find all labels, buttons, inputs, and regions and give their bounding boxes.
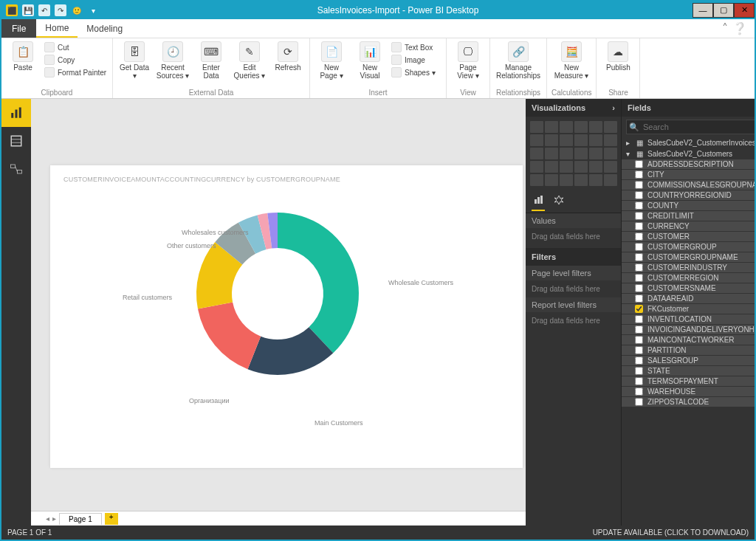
page-tab[interactable]: Page 1 — [59, 513, 102, 525]
field-item[interactable]: SALESGROUP — [622, 356, 756, 365]
field-item[interactable]: INVENTLOCATION — [622, 314, 756, 324]
cut-button[interactable]: Cut — [44, 41, 94, 53]
field-item[interactable]: CREDITLIMIT — [622, 211, 756, 221]
new-measure-button[interactable]: 🧮New Measure ▾ — [551, 41, 591, 80]
viz-type-icon[interactable] — [574, 121, 588, 133]
field-checkbox[interactable] — [635, 398, 643, 406]
field-item[interactable]: CUSTOMERGROUP — [622, 242, 756, 252]
viz-type-icon[interactable] — [604, 148, 617, 159]
viz-type-icon[interactable] — [604, 134, 617, 146]
field-item[interactable]: ADDRESSDESCRIPTION — [622, 159, 756, 169]
edit-queries-button[interactable]: ✎Edit Queries ▾ — [233, 41, 267, 80]
field-checkbox[interactable] — [635, 356, 643, 365]
donut-slice[interactable] — [278, 213, 359, 353]
field-checkbox[interactable] — [635, 160, 643, 168]
viz-type-icon[interactable] — [589, 174, 602, 186]
save-icon[interactable]: 💾 — [22, 4, 34, 16]
minimize-button[interactable]: — — [693, 3, 713, 18]
field-checkbox[interactable] — [635, 346, 643, 354]
field-checkbox[interactable] — [635, 336, 643, 344]
field-checkbox[interactable] — [635, 305, 643, 313]
recent-sources-button[interactable]: 🕘Recent Sources ▾ — [156, 41, 190, 80]
field-item[interactable]: COMMISSIONSALESGROUPNAME — [622, 180, 756, 190]
new-visual-button[interactable]: 📊New Visual — [353, 41, 387, 80]
field-checkbox[interactable] — [635, 387, 643, 396]
textbox-button[interactable]: Text Box — [391, 41, 441, 53]
page-filters-dropzone[interactable]: Drag data fields here — [526, 280, 621, 297]
viz-type-icon[interactable] — [574, 148, 588, 159]
paste-button[interactable]: 📋Paste — [6, 41, 40, 72]
copy-button[interactable]: Copy — [44, 54, 94, 66]
donut-slice[interactable] — [198, 303, 261, 370]
smiley-icon[interactable]: 🙂 — [71, 4, 83, 16]
report-filters-dropzone[interactable]: Drag data fields here — [526, 312, 621, 329]
report-view-button[interactable] — [1, 99, 31, 127]
field-checkbox[interactable] — [635, 284, 643, 292]
viz-type-icon[interactable] — [589, 134, 602, 146]
maximize-button[interactable]: ▢ — [713, 3, 734, 18]
viz-type-icon[interactable] — [574, 174, 588, 186]
file-tab[interactable]: File — [1, 19, 36, 38]
collapse-pane-icon[interactable]: › — [612, 103, 615, 112]
field-checkbox[interactable] — [635, 367, 643, 375]
field-item[interactable]: PARTITION — [622, 345, 756, 355]
viz-type-icon[interactable] — [530, 161, 543, 173]
field-item[interactable]: CITY — [622, 170, 756, 179]
table-node[interactable]: ▾▦SalesCubeV2_Customers — [622, 148, 756, 159]
viz-type-icon[interactable] — [530, 148, 543, 159]
format-subtab[interactable] — [552, 192, 566, 211]
new-page-button[interactable]: 📄New Page ▾ — [315, 41, 348, 80]
viz-type-icon[interactable] — [545, 134, 558, 146]
format-painter-button[interactable]: Format Painter — [44, 66, 108, 78]
viz-type-icon[interactable] — [574, 134, 588, 146]
field-checkbox[interactable] — [635, 377, 643, 385]
field-checkbox[interactable] — [635, 325, 643, 334]
viz-type-icon[interactable] — [545, 174, 558, 186]
get-data-button[interactable]: 🗄Get Data ▾ — [117, 41, 151, 80]
field-item[interactable]: INVOICINGANDDELIVERYONHOLD — [622, 325, 756, 334]
field-item[interactable]: ZIPPOSTALCODE — [622, 397, 756, 407]
modeling-tab[interactable]: Modeling — [78, 19, 131, 38]
field-checkbox[interactable] — [635, 222, 643, 230]
donut-chart[interactable] — [174, 190, 381, 397]
table-node[interactable]: ▸▦SalesCubeV2_CustomerInvoices — [622, 137, 756, 148]
field-item[interactable]: FKCustomer — [622, 304, 756, 314]
field-checkbox[interactable] — [635, 201, 643, 210]
field-item[interactable]: CUSTOMERSNAME — [622, 283, 756, 293]
data-view-button[interactable] — [1, 127, 31, 155]
viz-type-icon[interactable] — [560, 174, 573, 186]
field-checkbox[interactable] — [635, 212, 643, 220]
collapse-ribbon-icon[interactable]: ˄ — [722, 21, 728, 35]
viz-type-icon[interactable] — [604, 121, 617, 133]
viz-type-icon[interactable] — [574, 161, 588, 173]
viz-type-icon[interactable] — [560, 161, 573, 173]
viz-type-icon[interactable] — [604, 174, 617, 186]
field-item[interactable]: STATE — [622, 366, 756, 376]
field-item[interactable]: CUSTOMERREGION — [622, 273, 756, 283]
qat-dropdown-icon[interactable]: ▾ — [87, 4, 99, 16]
viz-type-icon[interactable] — [560, 148, 573, 159]
viz-type-icon[interactable] — [530, 134, 543, 146]
shapes-button[interactable]: Shapes ▾ — [391, 66, 441, 78]
field-item[interactable]: TERMSOFPAYMENT — [622, 376, 756, 386]
field-checkbox[interactable] — [635, 294, 643, 303]
image-button[interactable]: Image — [391, 54, 441, 66]
publish-button[interactable]: ☁Publish — [601, 41, 635, 72]
field-item[interactable]: COUNTRYORREGIONID — [622, 190, 756, 200]
field-item[interactable]: MAINCONTACTWORKER — [622, 335, 756, 345]
field-checkbox[interactable] — [635, 243, 643, 251]
viz-type-icon[interactable] — [560, 134, 573, 146]
field-checkbox[interactable] — [635, 191, 643, 199]
field-item[interactable]: DATAAREAID — [622, 294, 756, 303]
field-item[interactable]: CUSTOMERINDUSTRY — [622, 263, 756, 272]
enter-data-button[interactable]: ⌨Enter Data — [194, 41, 228, 80]
fields-search-input[interactable] — [626, 120, 756, 134]
field-item[interactable]: CURRENCY — [622, 221, 756, 231]
page-view-button[interactable]: 🖵Page View ▾ — [451, 41, 485, 80]
help-icon[interactable]: ❔ — [732, 21, 747, 35]
viz-type-icon[interactable] — [545, 121, 558, 133]
field-checkbox[interactable] — [635, 315, 643, 323]
fields-subtab[interactable] — [532, 192, 545, 211]
viz-type-icon[interactable] — [545, 148, 558, 159]
field-checkbox[interactable] — [635, 263, 643, 272]
